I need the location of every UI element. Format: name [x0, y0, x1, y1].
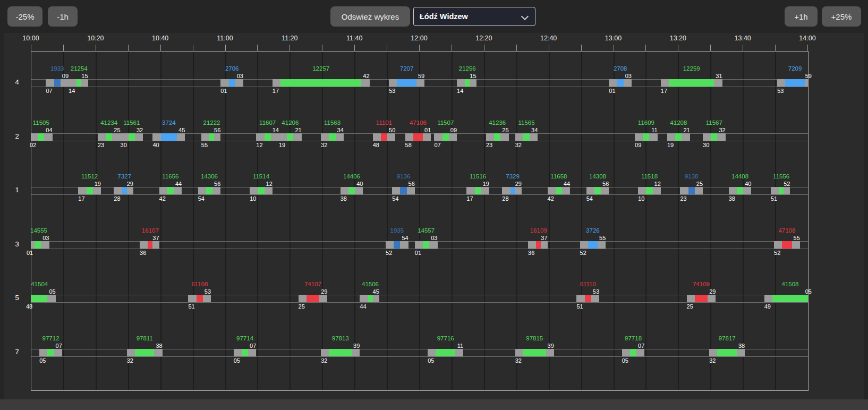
- train-number: 11609: [638, 119, 654, 126]
- arrival-minute: 05: [622, 357, 628, 364]
- axis-tick: [322, 45, 322, 51]
- arrival-minute: 19: [279, 142, 285, 148]
- arrival-minute: 32: [321, 142, 327, 148]
- train-number: 7327: [117, 173, 131, 180]
- train-number: 3724: [162, 119, 176, 126]
- arrival-minute: 12: [256, 142, 262, 148]
- departure-minute: 07: [638, 343, 644, 349]
- track-label: 1: [10, 186, 24, 194]
- axis-tick: [807, 45, 808, 51]
- axis-time-label: 11:40: [346, 35, 362, 42]
- departure-minute: 32: [719, 127, 725, 133]
- train-number: 97716: [437, 335, 454, 341]
- arrival-minute: 42: [159, 195, 166, 202]
- axis-time-label: 10:20: [87, 35, 104, 42]
- axis-time-label: 13:40: [735, 35, 751, 42]
- arrival-minute: 07: [46, 88, 52, 94]
- train-number: 11567: [706, 119, 722, 126]
- refresh-chart-button[interactable]: Odswież wykres: [330, 6, 410, 27]
- axis-tick: [710, 45, 711, 51]
- arrival-minute: 25: [299, 303, 305, 310]
- departure-minute: 53: [205, 288, 211, 295]
- departure-minute: 29: [127, 181, 133, 187]
- arrival-minute: 52: [774, 250, 780, 256]
- departure-minute: 40: [356, 181, 363, 187]
- arrival-minute: 17: [78, 195, 84, 202]
- arrival-minute: 17: [661, 88, 667, 94]
- departure-minute: 39: [353, 343, 360, 349]
- axis-time-label: 13:20: [670, 35, 686, 42]
- app-window: -25% -1h Odswież wykres Łódź Widzew +1h …: [0, 0, 868, 410]
- train-number: 11507: [437, 119, 454, 126]
- train-number: 11565: [518, 119, 534, 126]
- arrival-minute: 42: [548, 195, 554, 202]
- departure-minute: 53: [593, 288, 599, 295]
- departure-minute: 55: [599, 235, 606, 241]
- horizontal-scrollbar[interactable]: [0, 399, 868, 410]
- station-select[interactable]: Łódź Widzew: [413, 7, 535, 26]
- arrival-minute: 28: [114, 195, 120, 202]
- departure-minute: 25: [696, 181, 703, 187]
- departure-minute: 05: [49, 288, 55, 295]
- departure-minute: 19: [95, 181, 101, 187]
- arrival-minute: 40: [152, 142, 159, 148]
- departure-minute: 09: [450, 127, 457, 133]
- axis-tick: [452, 45, 452, 51]
- train-number: 12259: [683, 65, 700, 72]
- train-number: 9136: [397, 173, 411, 180]
- train-number: 11607: [259, 119, 276, 126]
- arrival-minute: 07: [434, 142, 440, 148]
- arrival-minute: 23: [98, 142, 104, 148]
- axis-tick: [96, 45, 96, 51]
- arrival-minute: 10: [250, 195, 256, 202]
- zoom-out-button[interactable]: -25%: [7, 6, 42, 27]
- chevron-down-icon: [521, 13, 529, 20]
- arrival-minute: 01: [609, 88, 615, 94]
- pan-left-button[interactable]: -1h: [48, 6, 78, 27]
- train-number: 11561: [123, 119, 140, 126]
- arrival-minute: 38: [729, 195, 735, 202]
- departure-minute: 04: [46, 127, 52, 133]
- arrival-minute: 52: [386, 250, 392, 256]
- train-number: 97817: [719, 335, 736, 341]
- train-number: 41504: [31, 281, 48, 287]
- departure-minute: 55: [794, 235, 800, 241]
- arrival-minute: 44: [360, 303, 366, 310]
- arrival-minute: 32: [515, 357, 522, 364]
- arrival-minute: 54: [392, 195, 398, 202]
- departure-minute: 38: [156, 343, 162, 349]
- train-number: 1933: [50, 65, 64, 72]
- timeline-chart: 10:0010:2010:4011:0011:2011:4012:0012:20…: [4, 33, 864, 399]
- axis-tick: [419, 45, 420, 51]
- zoom-in-button[interactable]: +25%: [822, 6, 861, 27]
- departure-minute: 37: [152, 235, 159, 241]
- departure-minute: 07: [250, 343, 256, 349]
- axis-tick: [387, 45, 387, 51]
- departure-minute: 12: [654, 181, 661, 187]
- pan-right-button[interactable]: +1h: [785, 6, 818, 27]
- plot-label-layer: 1933090721254151427060301122574217720759…: [31, 52, 808, 390]
- train-number: 74107: [304, 281, 321, 287]
- axis-time-label: 13:00: [605, 35, 622, 42]
- axis-time-label: 11:20: [282, 35, 297, 42]
- axis-tick: [31, 45, 31, 51]
- departure-minute: 38: [738, 343, 745, 349]
- axis-tick: [678, 45, 678, 51]
- axis-tick: [63, 45, 64, 51]
- arrival-minute: 51: [771, 195, 777, 202]
- axis-time-label: 10:40: [152, 35, 168, 42]
- arrival-minute: 02: [30, 142, 36, 148]
- arrival-minute: 58: [405, 142, 412, 148]
- departure-minute: 03: [431, 235, 437, 241]
- train-number: 41508: [781, 281, 798, 287]
- departure-minute: 56: [602, 181, 609, 187]
- departure-minute: 11: [457, 343, 463, 349]
- train-number: 11518: [641, 173, 658, 180]
- train-number: 47108: [778, 227, 795, 234]
- track-label: 4: [10, 78, 24, 86]
- train-number: 16107: [142, 227, 159, 234]
- departure-minute: 50: [389, 127, 395, 133]
- departure-minute: 21: [295, 127, 301, 133]
- train-number: 41206: [282, 119, 299, 126]
- departure-minute: 54: [402, 235, 408, 241]
